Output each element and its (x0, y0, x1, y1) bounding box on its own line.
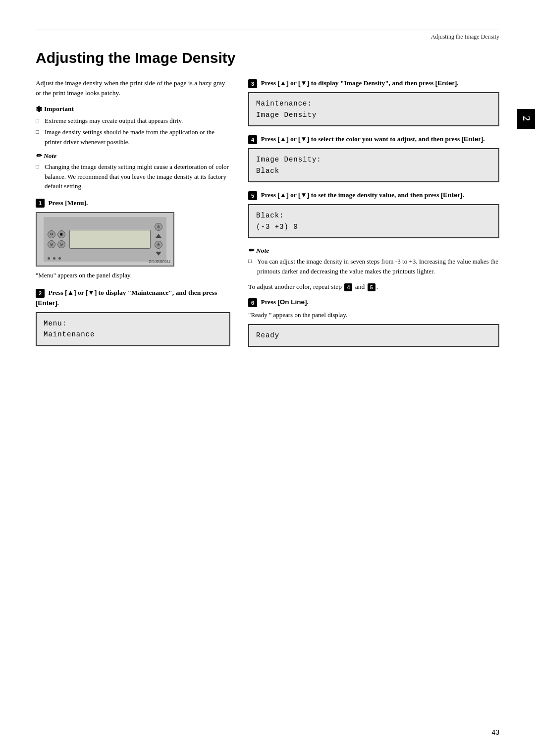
panel-right: ◎ ◎ (155, 223, 162, 256)
note1-section: ✏ Note Changing the image density settin… (36, 152, 230, 191)
step3-header: 3 Press [▲] or [▼] to display "Image Den… (248, 78, 499, 88)
important-item-2: Image density settings should be made fr… (36, 127, 230, 147)
panel-icon-2: ◼ (57, 230, 65, 238)
panel-controls: ⚙ ◼ ◎ ◎ (44, 223, 166, 256)
panel-dot-3 (58, 257, 61, 260)
note1-item-1: Changing the image density setting might… (36, 162, 230, 191)
panel-icon-5: ◎ (155, 223, 162, 231)
step5-num: 5 (248, 191, 257, 200)
panel-img-label: ZDJS001U (149, 259, 170, 264)
panel-inner: ⚙ ◼ ◎ ◎ (44, 217, 166, 262)
col-left: Adjust the image density when the print … (36, 78, 230, 355)
step6-num: 6 (248, 298, 257, 307)
step4-num: 4 (248, 135, 257, 144)
panel-lcd-display (69, 230, 151, 249)
panel-icons-left: ⚙ ◼ ◎ ◎ (48, 230, 65, 248)
note1-list: Changing the image density setting might… (36, 162, 230, 191)
col-right: 3 Press [▲] or [▼] to display "Image Den… (248, 78, 499, 355)
step2-header: 2 Press [▲] or [▼] to display "Maintenan… (36, 288, 230, 308)
step3-num: 3 (248, 79, 257, 88)
step6-header: 6 Press [On Line]. (248, 297, 499, 307)
note2-icon: ✏ (248, 246, 254, 255)
panel-bottom-row (48, 257, 61, 260)
note2-item-1: You can adjust the image density in seve… (248, 257, 499, 276)
step3-text: Press [▲] or [▼] to display "Image Densi… (261, 79, 458, 87)
step2-lcd: Menu: Maintenance (36, 312, 230, 346)
important-item-1: Extreme settings may create output that … (36, 116, 230, 126)
note1-heading: ✏ Note (36, 152, 230, 160)
panel-arrow-up (156, 234, 161, 238)
note2-label: Note (256, 247, 269, 255)
step6: 6 Press [On Line]. "Ready " appears on t… (248, 297, 499, 347)
step4-lcd: Image Density: Black (248, 148, 499, 182)
note1-label: Note (44, 152, 56, 160)
step5: 5 Press [▲] or [▼] to set the image dens… (248, 190, 499, 238)
step4: 4 Press [▲] or [▼] to select the color y… (248, 134, 499, 182)
step1-text: Press [Menu]. (48, 199, 88, 207)
step5-lcd: Black: (-3 +3) 0 (248, 204, 499, 238)
panel-icon-row-top: ⚙ ◼ (48, 230, 65, 238)
header-text: Adjusting the Image Density (36, 33, 499, 41)
printer-panel-image: ⚙ ◼ ◎ ◎ (36, 212, 174, 267)
intro-text: Adjust the image density when the print … (36, 78, 230, 99)
step1-num: 1 (36, 199, 45, 208)
step3: 3 Press [▲] or [▼] to display "Image Den… (248, 78, 499, 126)
important-list: Extreme settings may create output that … (36, 116, 230, 147)
step6-lcd-line1: Ready (256, 330, 491, 341)
step3-lcd-line1: Maintenance: (256, 98, 491, 109)
repeat-text-label: To adjust another color, repeat step (248, 283, 342, 290)
step6-lcd: Ready (248, 324, 499, 347)
repeat-text: To adjust another color, repeat step 4 a… (248, 283, 499, 291)
panel-icon-6: ◎ (155, 241, 162, 249)
step6-text: Press [On Line]. (261, 298, 309, 306)
repeat-step4-num: 4 (344, 283, 352, 291)
chapter-tab: 2 (517, 109, 535, 129)
panel-dot-1 (48, 257, 50, 260)
page-number: 43 (491, 728, 499, 736)
important-section: ✾ Important Extreme settings may create … (36, 105, 230, 147)
step3-lcd-line2: Image Density (256, 109, 491, 120)
panel-icon-4: ◎ (57, 240, 65, 248)
step1-header: 1 Press [Menu]. (36, 198, 230, 208)
step1: 1 Press [Menu]. ⚙ ◼ (36, 198, 230, 280)
panel-icon-row-bottom: ◎ ◎ (48, 240, 65, 248)
step2: 2 Press [▲] or [▼] to display "Maintenan… (36, 288, 230, 346)
page-title: Adjusting the Image Density (36, 50, 499, 66)
note2-list: You can adjust the image density in seve… (248, 257, 499, 276)
step6-caption: "Ready " appears on the panel display. (248, 310, 499, 320)
repeat-step5-num: 5 (368, 283, 375, 291)
panel-bottom-icons: ◎ (155, 241, 162, 249)
step2-lcd-line1: Menu: (44, 318, 222, 329)
note1-icon: ✏ (36, 152, 42, 160)
step4-lcd-line1: Image Density: (256, 154, 491, 165)
step1-caption: "Menu" appears on the panel display. (36, 270, 230, 280)
step2-num: 2 (36, 289, 45, 298)
step2-lcd-line2: Maintenance (44, 329, 222, 340)
step4-text: Press [▲] or [▼] to select the color you… (261, 135, 484, 143)
panel-dot-2 (53, 257, 55, 260)
panel-arrow-down (156, 252, 161, 256)
header-rule (36, 30, 499, 30)
panel-icon-3: ◎ (48, 240, 55, 248)
step5-lcd-line2: (-3 +3) 0 (256, 221, 491, 232)
page: Adjusting the Image Density 2 Adjusting … (0, 0, 535, 756)
important-heading: ✾ Important (36, 105, 230, 114)
note2-heading: ✏ Note (248, 246, 499, 255)
panel-icon-1: ⚙ (48, 230, 55, 238)
note2-section: ✏ Note You can adjust the image density … (248, 246, 499, 276)
step5-text: Press [▲] or [▼] to set the image densit… (261, 191, 464, 199)
step5-lcd-line1: Black: (256, 210, 491, 221)
step4-lcd-line2: Black (256, 165, 491, 176)
step5-header: 5 Press [▲] or [▼] to set the image dens… (248, 190, 499, 200)
important-label: Important (44, 105, 74, 113)
step2-text: Press [▲] or [▼] to display "Maintenance… (36, 289, 217, 306)
step4-header: 4 Press [▲] or [▼] to select the color y… (248, 134, 499, 144)
step3-lcd: Maintenance: Image Density (248, 92, 499, 126)
two-col-layout: Adjust the image density when the print … (36, 78, 499, 355)
important-icon: ✾ (36, 105, 42, 114)
